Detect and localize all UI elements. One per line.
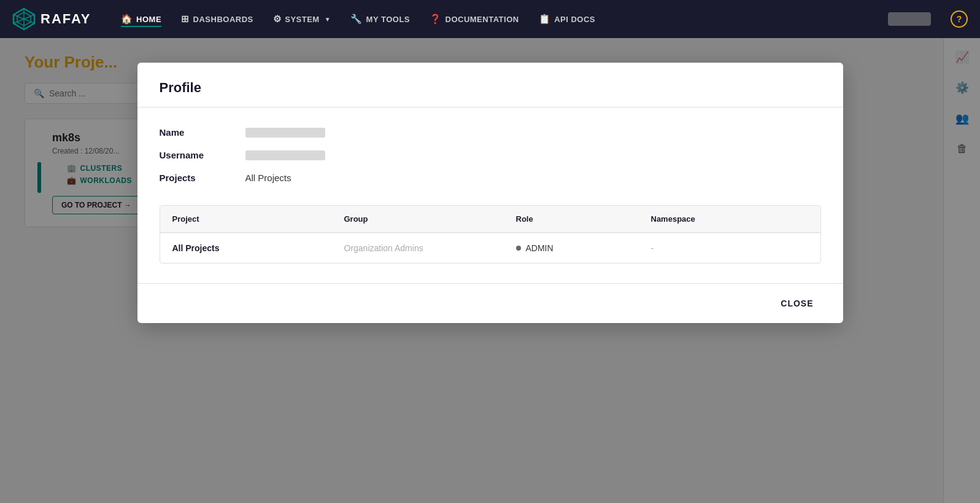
profile-field-username: Username [160, 150, 821, 160]
name-label: Name [160, 127, 221, 138]
col-project: Project [160, 206, 332, 232]
nav-item-mytools[interactable]: 🔧 MY TOOLS [350, 11, 410, 27]
profile-fields: Name Username Projects [160, 127, 821, 183]
name-blurred [245, 128, 325, 138]
username-value [245, 150, 325, 160]
top-navigation: RAFAY 🏠 HOME ⊞ DASHBOARDS ⚙ SYSTEM ▼ 🔧 M… [0, 0, 980, 38]
projects-label: Projects [160, 173, 221, 183]
system-icon: ⚙ [273, 14, 282, 25]
help-button[interactable]: ? [951, 10, 968, 28]
cell-namespace: - [639, 233, 774, 263]
nav-item-apidocs[interactable]: 📋 API DOCS [539, 11, 595, 27]
profile-modal: Profile Name Username [137, 63, 843, 323]
profile-field-name: Name [160, 127, 821, 138]
user-avatar[interactable] [888, 12, 931, 26]
nav-item-documentation[interactable]: ❓ DOCUMENTATION [430, 11, 519, 27]
logo-text: RAFAY [41, 11, 91, 27]
nav-item-home[interactable]: 🏠 HOME [121, 11, 162, 27]
profile-field-projects: Projects All Projects [160, 173, 821, 183]
projects-value: All Projects [245, 173, 291, 183]
modal-header: Profile [137, 63, 843, 107]
nav-item-dashboards[interactable]: ⊞ DASHBOARDS [181, 11, 253, 27]
projects-text: All Projects [245, 173, 291, 183]
cell-role: ADMIN [504, 233, 639, 263]
close-button[interactable]: CLOSE [773, 294, 820, 313]
docs-icon: ❓ [430, 14, 442, 25]
modal-title: Profile [160, 80, 821, 96]
table-header: Project Group Role Namespace [160, 206, 820, 233]
main-content: Your Proje... 🔍 mk8s Created : 12/08/20.… [0, 38, 980, 503]
col-namespace: Namespace [639, 206, 774, 232]
nav-logo[interactable]: RAFAY [12, 7, 91, 31]
modal-footer: CLOSE [137, 283, 843, 323]
username-label: Username [160, 150, 221, 160]
nav-item-system[interactable]: ⚙ SYSTEM ▼ [273, 11, 331, 27]
role-dot-icon [516, 246, 521, 251]
modal-body: Name Username Projects [137, 107, 843, 283]
home-icon: 🏠 [121, 14, 133, 25]
col-group: Group [332, 206, 504, 232]
tools-icon: 🔧 [350, 14, 363, 25]
cell-group: Organization Admins [332, 233, 504, 263]
apidocs-icon: 📋 [539, 14, 551, 25]
table-row: All Projects Organization Admins ADMIN - [160, 233, 820, 263]
name-value [245, 128, 325, 138]
dropdown-arrow-icon: ▼ [325, 16, 331, 23]
profile-table: Project Group Role Namespace All Project… [160, 205, 821, 263]
cell-project: All Projects [160, 233, 332, 263]
username-blurred [245, 150, 325, 160]
col-role: Role [504, 206, 639, 232]
modal-overlay[interactable]: Profile Name Username [0, 38, 980, 503]
dashboards-icon: ⊞ [181, 14, 190, 25]
